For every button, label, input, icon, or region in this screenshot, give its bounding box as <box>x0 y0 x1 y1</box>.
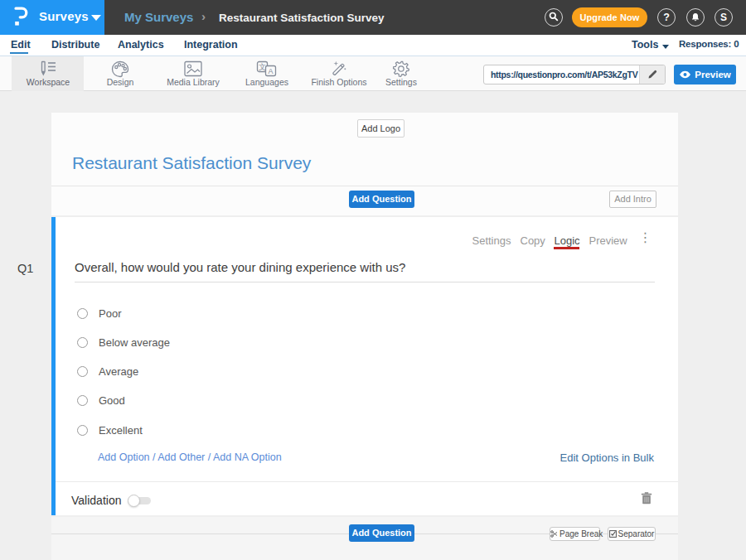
svg-text:A: A <box>268 67 273 75</box>
svg-text:文: 文 <box>259 63 266 71</box>
